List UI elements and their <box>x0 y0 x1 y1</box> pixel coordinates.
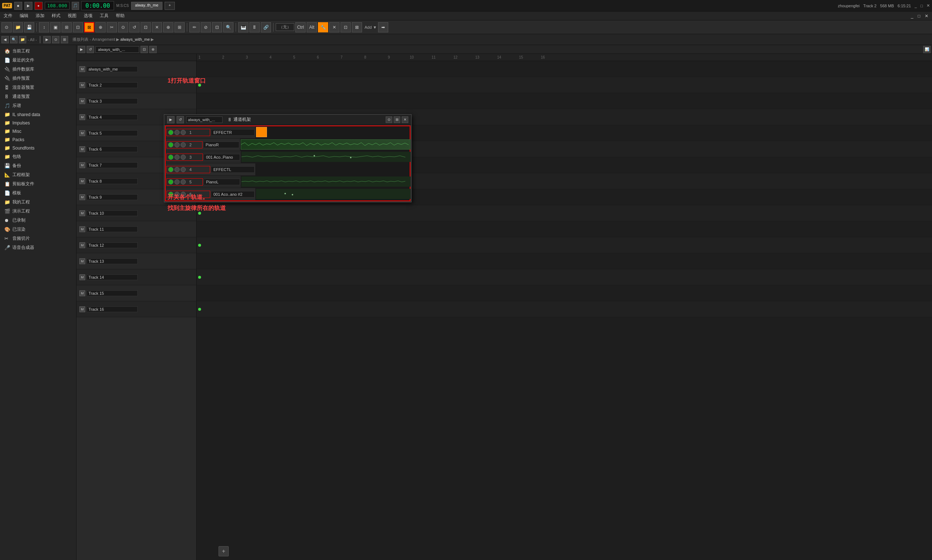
arr-btn-back[interactable]: ↺ <box>87 46 94 53</box>
track-row-1[interactable] <box>197 61 932 77</box>
tool-select[interactable]: ⊡ <box>212 22 222 32</box>
ch-pattern-2[interactable] <box>240 138 410 151</box>
track-row-2[interactable] <box>197 77 932 93</box>
sidebar-item-speech-synth[interactable]: 🎤 语音合成器 <box>0 243 76 252</box>
track-mute-12[interactable]: M <box>79 242 85 248</box>
tb2-btn1[interactable]: ◀ <box>2 36 9 43</box>
tool-browser[interactable]: 🔗 <box>261 22 271 32</box>
tool-4[interactable]: ⊡ <box>73 22 83 32</box>
sidebar-item-templates[interactable]: 📄 模板 <box>0 188 76 198</box>
track-name-5[interactable] <box>87 130 138 136</box>
ch-solo-2[interactable] <box>174 142 179 148</box>
arr-name-input[interactable] <box>96 46 139 53</box>
win-close[interactable]: ✕ <box>923 13 930 19</box>
arr-btn-2[interactable]: ⊡ <box>140 46 148 53</box>
ch-name-2[interactable]: PianoR <box>203 142 239 148</box>
ch-mute-4[interactable] <box>168 167 173 172</box>
tool-alt[interactable]: Alt <box>307 22 317 32</box>
tool-11[interactable]: ✕ <box>152 22 162 32</box>
menu-file[interactable]: 文件 <box>2 12 14 20</box>
track-name-15[interactable] <box>87 290 138 296</box>
stop-button[interactable]: ■ <box>14 2 22 10</box>
track-name-1[interactable] <box>87 66 138 72</box>
track-row-10[interactable] <box>197 205 932 221</box>
track-row-11[interactable] <box>197 221 932 237</box>
tool-2[interactable]: ▣ <box>50 22 60 32</box>
track-row-14[interactable] <box>197 269 932 285</box>
tool-7[interactable]: ✂ <box>107 22 117 32</box>
ch-rec-1[interactable] <box>181 130 186 135</box>
ch-solo-4[interactable] <box>174 167 179 172</box>
tool-arrow[interactable]: ➡ <box>378 22 388 32</box>
tool-z[interactable]: ⊠ <box>352 22 362 32</box>
tool-x[interactable]: ✕ <box>329 22 339 32</box>
track-row-12[interactable] <box>197 237 932 253</box>
play-button[interactable]: ▶ <box>25 2 32 10</box>
track-name-9[interactable] <box>87 194 138 200</box>
tool-new[interactable]: ⊙ <box>2 22 12 32</box>
menu-help[interactable]: 帮助 <box>114 12 126 20</box>
track-name-16[interactable] <box>87 306 138 312</box>
cr-back-btn[interactable]: ↺ <box>177 116 184 123</box>
sidebar-item-mixer-presets[interactable]: 🎛 混音器预置 <box>0 83 76 92</box>
ch-solo-5[interactable] <box>174 179 179 185</box>
tool-zoom[interactable]: 🔍 <box>223 22 233 32</box>
sidebar-item-rendered[interactable]: 🎨 已渲染 <box>0 225 76 234</box>
close-button[interactable]: ✕ <box>927 3 930 8</box>
ch-rec-5[interactable] <box>181 179 186 185</box>
sidebar-item-project-framework[interactable]: 📐 工程框架 <box>0 170 76 179</box>
tool-orange[interactable]: 🔧 <box>318 22 328 32</box>
track-row-13[interactable] <box>197 253 932 269</box>
ch-pattern-4[interactable] <box>255 163 410 175</box>
tool-1[interactable]: ↕ <box>39 22 49 32</box>
tool-5-highlighted[interactable]: ⊠ <box>84 22 94 32</box>
sidebar-item-current-project[interactable]: 🏠 当前工程 <box>0 46 76 56</box>
cr-grid-btn[interactable]: ⊞ <box>394 117 400 123</box>
ch-pattern-1[interactable] <box>255 126 410 138</box>
ch-mute-2[interactable] <box>168 142 173 148</box>
track-name-14[interactable] <box>87 274 138 280</box>
tool-10[interactable]: ⊡ <box>140 22 151 32</box>
ch-solo-1[interactable] <box>174 130 179 135</box>
track-mute-4[interactable]: M <box>79 114 85 120</box>
tool-y[interactable]: ⊡ <box>341 22 351 32</box>
track-mute-8[interactable]: M <box>79 178 85 184</box>
track-name-10[interactable] <box>87 210 138 216</box>
track-mute-9[interactable]: M <box>79 194 85 200</box>
tb2-nav-all[interactable]: 📁 <box>19 36 26 43</box>
maximize-button[interactable]: □ <box>920 4 923 8</box>
track-mute-11[interactable]: M <box>79 226 85 232</box>
tool-6[interactable]: ⊕ <box>96 22 106 32</box>
ch-name-6[interactable]: 001 Aco..ano #2 <box>211 191 255 198</box>
menu-style[interactable]: 样式 <box>50 12 62 20</box>
tool-piano[interactable]: 🎹 <box>238 22 248 32</box>
track-name-12[interactable] <box>87 242 138 248</box>
tool-13[interactable]: ⊞ <box>174 22 185 32</box>
tool-9[interactable]: ↺ <box>129 22 139 32</box>
sidebar-item-soundfonts[interactable]: 📁 Soundfonts <box>0 144 76 152</box>
track-row-3[interactable] <box>197 93 932 109</box>
track-row-16[interactable] <box>197 301 932 317</box>
track-mute-15[interactable]: M <box>79 290 85 296</box>
track-name-3[interactable] <box>87 98 138 104</box>
cr-name-input[interactable] <box>186 117 222 123</box>
ch-rec-3[interactable] <box>181 155 186 160</box>
ch-mute-5[interactable] <box>168 179 173 185</box>
menu-add[interactable]: 添加 <box>34 12 46 20</box>
sidebar-item-recorded[interactable]: ⏺ 已录制 <box>0 216 76 225</box>
arr-btn-3[interactable]: ⊕ <box>149 46 157 53</box>
sidebar-item-channel-presets[interactable]: 🎚 通道预置 <box>0 92 76 101</box>
track-mute-7[interactable]: M <box>79 162 85 168</box>
track-mute-1[interactable]: M <box>79 66 85 72</box>
track-mute-5[interactable]: M <box>79 130 85 136</box>
ch-rec-2[interactable] <box>181 142 186 148</box>
cr-options-btn[interactable]: ⊙ <box>386 117 392 123</box>
tb2-btn5[interactable]: ⊞ <box>61 36 68 43</box>
ch-solo-3[interactable] <box>174 155 179 160</box>
ch-pattern-3[interactable] <box>241 151 410 163</box>
menu-view[interactable]: 视图 <box>66 12 78 20</box>
project-tab[interactable]: alway..th_me <box>131 2 162 10</box>
sidebar-item-envelopes[interactable]: 📁 包络 <box>0 152 76 161</box>
track-mute-14[interactable]: M <box>79 274 85 280</box>
tool-draw[interactable]: ✏ <box>190 22 200 32</box>
